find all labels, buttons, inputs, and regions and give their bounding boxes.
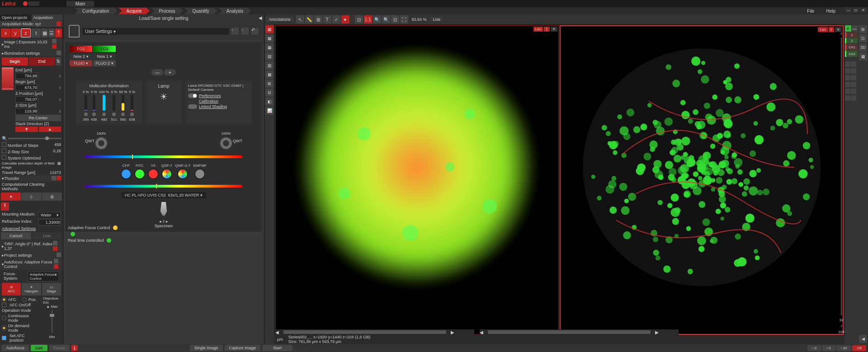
refractive-index-input[interactable] [38,219,61,225]
autofocus-button[interactable]: Autofocus [2,345,29,351]
scrollbar-pane-1[interactable]: ◀▶ [275,329,474,335]
channel-2[interactable]: Ch2 [845,51,858,57]
filter-QWF-S-T[interactable] [177,169,188,179]
tab-quantify[interactable]: Quantify [184,8,217,14]
fo1-indicator[interactable]: FO1 [70,46,92,52]
end-input[interactable] [15,73,38,79]
wl-slider-2[interactable] [103,95,105,111]
start-button[interactable]: Start [262,345,292,351]
view-6[interactable]: ▦ [265,70,274,79]
mounting-dropdown[interactable]: Water▾ [38,212,61,218]
wl-slider-5[interactable] [131,95,133,111]
capture-image-button[interactable]: Capture Image [225,345,261,351]
view-9[interactable]: ◧ [265,98,274,106]
zpos-input[interactable] [15,96,38,103]
ondemand-radio[interactable] [2,326,6,330]
zsize-input[interactable] [15,108,38,114]
rtool-2[interactable]: ⊡ [859,34,867,42]
lamp-icon[interactable]: ☀ [148,91,179,102]
focus-system-dropdown[interactable]: Adaptive Focus Control▾ [28,272,59,282]
fluo2-button[interactable]: FLUO 2 ▾ [93,60,116,66]
pos-radio[interactable] [22,297,27,302]
new1-dropdown[interactable]: New 1 ▾ [93,54,116,59]
user-settings-dropdown[interactable]: User Settings ▾ [82,28,229,35]
tirf-header[interactable]: ▸TIRF: Angle 0° | Ref. Index 1,37 [0,240,63,252]
afc-onoff-checkbox[interactable] [2,303,6,307]
single-image-button[interactable]: Single Image [190,345,223,351]
live-button[interactable]: Live [32,232,62,239]
stack-down-button[interactable]: ▼ [15,127,38,132]
halogen-mode-button[interactable]: ☀Halogen [22,283,41,296]
view-1[interactable]: ▦ [265,25,274,33]
filter-FITC[interactable] [134,169,145,179]
ch-tool-11[interactable] [845,95,850,101]
tab-configuration[interactable]: Configuration [74,8,117,14]
view-10[interactable]: 📊 [265,107,274,115]
new2-dropdown[interactable]: New 2 ▾ [70,54,92,59]
project-settings-header[interactable]: ▸Project settings [0,252,63,258]
status-off[interactable]: Off [852,345,866,351]
stack-up-button[interactable]: ▲ [39,127,61,132]
ch-tool-12[interactable] [851,95,856,101]
linked-toggle[interactable] [188,104,197,109]
advanced-settings-link[interactable]: Advanced Settings [2,226,36,231]
wl-slider-3[interactable] [113,95,115,111]
close-pane-1[interactable]: ✕ [551,27,557,32]
pause-button[interactable]: Pause [49,345,70,351]
rtool-1[interactable]: ⊞ [859,25,867,33]
filter-wheel-1[interactable] [94,136,108,150]
zoom-out-icon[interactable]: 🔍 [2,136,7,141]
filter-EMP/BF[interactable] [194,169,205,179]
rtool-expand[interactable]: ◀ [859,335,867,343]
linked-shading-link[interactable]: Linked Shading [199,104,227,109]
view-5[interactable]: ▥ [265,61,274,70]
thunder-method-2[interactable]: ⊹ [21,192,41,201]
ch-tool-5[interactable] [845,75,850,80]
zoom-slider[interactable] [8,138,61,139]
close-section-icon[interactable] [57,22,61,26]
close-mid-icon[interactable]: ◀ [259,15,262,20]
view-3[interactable]: ▦ [265,43,274,52]
tab-acquire[interactable]: Acquire [118,8,150,14]
t-slider-strip[interactable]: t 32 / 104 [838,32,844,335]
axis-x-button[interactable]: x [1,28,10,38]
plus-button[interactable]: + [164,69,176,75]
prefs-toggle[interactable] [188,94,197,98]
maximize-icon[interactable]: ▭ [853,7,859,13]
preferences-link[interactable]: Preferences [199,94,221,98]
wl-slider-1[interactable] [93,95,95,111]
calibration-link[interactable]: Calibration [199,99,218,103]
ch-remove[interactable]: — [852,25,858,32]
list-icon[interactable]: ☰ [48,28,55,38]
grid-icon[interactable]: ▦ [41,28,48,38]
tab-open-projects[interactable]: Open projects [0,14,32,21]
save-icon[interactable]: ▫ [231,28,239,35]
image-pane-1[interactable]: Len1✕ [275,25,559,335]
ch-tool-7[interactable] [845,82,850,87]
channel-1[interactable]: Ch1 [845,44,858,50]
thunder-header[interactable]: ▾Thunder [0,175,63,182]
tab-analysis[interactable]: Analysis [218,8,251,14]
ch-tool-1[interactable] [845,61,850,67]
image-pane-2[interactable]: Len2✕ [560,25,844,335]
begin-input[interactable] [15,84,38,91]
wl-slider-0[interactable] [85,95,87,111]
objective-slider[interactable] [49,310,55,333]
ch-tool-3[interactable] [845,68,850,74]
tab-process[interactable]: Process [151,8,183,14]
view-7[interactable]: ⊞ [265,80,274,88]
close-icon[interactable]: ✕ [860,7,866,13]
view-2[interactable]: ▦ [265,34,274,42]
filter-CFP[interactable] [121,169,132,179]
ch-2-swatch[interactable]: 2 [845,38,858,43]
begin-button[interactable]: Begin [2,57,28,66]
illumination-settings-header[interactable]: ▸Illumination settings [0,50,63,56]
tab-acquisition[interactable]: Acquisition [32,14,63,21]
live-button-bottom[interactable]: Live [31,345,47,351]
end-button[interactable]: End [29,57,55,66]
ch-tool-8[interactable] [851,82,856,87]
undo-icon[interactable]: ↶ [251,28,259,35]
rtool-4[interactable]: ▦ [859,52,867,61]
axis-y-button[interactable]: y [11,28,20,38]
ch-tool-9[interactable] [845,89,850,94]
